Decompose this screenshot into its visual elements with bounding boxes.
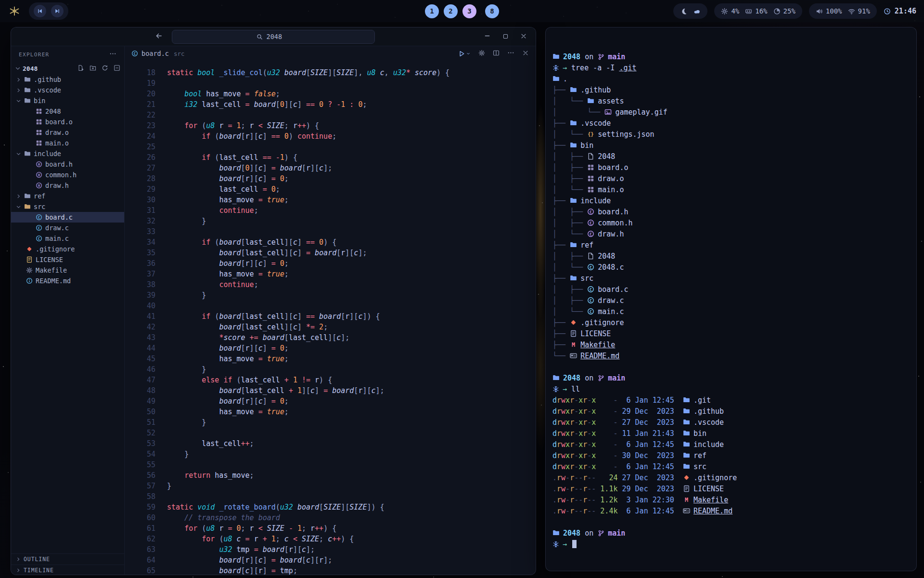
entry-name: .gitignore: [693, 473, 737, 482]
sidebar-panel-timeline[interactable]: TIMELINE: [11, 565, 124, 575]
weather-widget[interactable]: [673, 3, 707, 19]
tree-item-draw.h[interactable]: Hdraw.h: [11, 180, 124, 191]
explorer-more-button[interactable]: [109, 50, 116, 59]
perm-char: -: [591, 485, 596, 493]
entry-name: draw.o: [598, 174, 624, 183]
tree-item-.github[interactable]: .github: [11, 74, 124, 85]
terminal-prompt-line: 2048 on main: [552, 52, 907, 63]
tree-item-LICENSE[interactable]: LICENSE: [11, 254, 124, 265]
tree-connector: │ └──: [552, 307, 587, 316]
new-folder-button[interactable]: [90, 65, 96, 73]
perm-char: .: [552, 507, 557, 515]
perm-char: d: [552, 396, 557, 405]
tree-item-label: src: [34, 203, 45, 210]
search-icon: [257, 34, 263, 40]
tree-item-.vscode[interactable]: .vscode: [11, 85, 124, 95]
run-file-button[interactable]: [458, 50, 471, 57]
folder-icon: [24, 97, 31, 104]
more-actions-button[interactable]: [507, 49, 514, 58]
project-root-row[interactable]: 2048: [11, 63, 124, 74]
tree-item-src[interactable]: src: [11, 201, 124, 212]
workspace-badge-3[interactable]: 3: [462, 4, 476, 18]
tree-item-ref[interactable]: ref: [11, 191, 124, 201]
folder-icon: [683, 441, 690, 448]
entry-name: src: [693, 462, 706, 471]
close-editor-button[interactable]: [522, 50, 529, 58]
refresh-button[interactable]: [102, 65, 108, 73]
panel-label: TIMELINE: [24, 567, 54, 574]
workspace-badge-1[interactable]: 1: [425, 4, 439, 18]
distro-logo-button[interactable]: [8, 4, 21, 18]
code-area[interactable]: 1819202122232425262728293031323334353637…: [125, 61, 536, 575]
split-editor-button[interactable]: [493, 50, 500, 58]
perm-char: w: [561, 429, 565, 438]
workspace-badge-8[interactable]: 8: [485, 4, 499, 18]
minimize-button[interactable]: [484, 32, 491, 41]
new-file-button[interactable]: [77, 65, 84, 73]
line-number: 33: [125, 226, 155, 237]
perm-char: w: [561, 462, 565, 471]
tree-item-board.h[interactable]: Hboard.h: [11, 159, 124, 170]
code-line: }: [167, 417, 536, 428]
system-stats-widget[interactable]: 4%16%25%: [714, 3, 802, 19]
git-branch-icon: [598, 53, 604, 60]
tree-output-line: ├── LICENSE: [552, 328, 907, 340]
line-number: 61: [125, 523, 155, 534]
tree-connector: │ ├──: [552, 152, 587, 161]
entry-name: README.md: [580, 352, 619, 360]
tree-item-main.o[interactable]: main.o: [11, 138, 124, 148]
command-center-search[interactable]: [172, 30, 375, 44]
tree-item-common.h[interactable]: Hcommon.h: [11, 170, 124, 180]
media-prev-button[interactable]: [34, 5, 46, 17]
back-button[interactable]: [155, 32, 163, 41]
settings-button[interactable]: [478, 50, 485, 58]
tree-item-include[interactable]: include: [11, 148, 124, 159]
collapse-all-button[interactable]: [114, 65, 120, 73]
clock-widget[interactable]: 21:46: [884, 7, 916, 15]
line-number: 20: [125, 89, 155, 99]
perm-char: x: [565, 429, 570, 438]
ellipsis-icon: [507, 49, 514, 56]
entry-name: board.o: [598, 163, 628, 172]
command-text: .git: [619, 64, 636, 72]
terminal-window[interactable]: 2048 on main→ tree -a -I .git.├── .githu…: [545, 27, 917, 571]
line-number: 51: [125, 417, 155, 428]
code-line: if (board[last_cell][c] == 0) {: [167, 237, 536, 248]
tree-item-label: board.o: [45, 118, 73, 126]
tree-item-main.c[interactable]: Cmain.c: [11, 233, 124, 244]
workspace-switcher: 1238: [425, 0, 499, 22]
perm-char: x: [578, 407, 583, 416]
tree-item-.gitignore[interactable]: .gitignore: [11, 244, 124, 254]
tree-item-Makefile[interactable]: Makefile: [11, 265, 124, 276]
media-next-button[interactable]: [51, 5, 64, 17]
perm-char: w: [561, 396, 565, 405]
code-line: if (last_cell == -1) {: [167, 152, 536, 163]
perm-char: r: [570, 473, 574, 482]
code-line: [167, 226, 536, 237]
maximize-button[interactable]: [502, 32, 509, 41]
tree-item-bin[interactable]: bin: [11, 95, 124, 106]
workspace-badge-2[interactable]: 2: [444, 4, 458, 18]
tree-item-board.o[interactable]: board.o: [11, 117, 124, 127]
tree-item-draw.c[interactable]: Cdraw.c: [11, 223, 124, 233]
search-input[interactable]: [267, 33, 291, 40]
close-button[interactable]: [520, 32, 527, 41]
active-tab[interactable]: C board.c src: [131, 50, 184, 57]
file-date: 30 Dec 2023: [622, 451, 674, 460]
audio-network-widget[interactable]: 100% 91%: [809, 3, 877, 19]
svg-text:C: C: [590, 288, 592, 292]
perm-char: r: [583, 485, 587, 493]
perm-char: -: [574, 407, 578, 416]
sidebar-panel-outline[interactable]: OUTLINE: [11, 553, 124, 565]
tree-output-line: ├── include: [552, 196, 907, 207]
tree-item-README.md[interactable]: README.md: [11, 276, 124, 286]
folder-icon: [24, 76, 31, 83]
h-file-icon: H: [36, 171, 42, 178]
tree-item-2048[interactable]: 2048: [11, 106, 124, 117]
terminal-text: [617, 429, 622, 438]
tree-item-draw.o[interactable]: draw.o: [11, 127, 124, 138]
tab-label: board.c: [141, 50, 169, 57]
tree-output-line: │ ├── board.o: [552, 162, 907, 173]
perm-char: -: [587, 440, 591, 449]
tree-item-board.c[interactable]: Cboard.c: [11, 212, 124, 223]
